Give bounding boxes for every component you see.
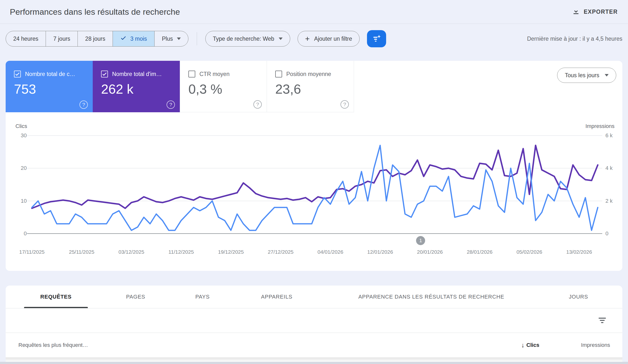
- download-icon: [572, 8, 580, 16]
- app-header: Performances dans les résultats de reche…: [0, 0, 628, 24]
- table-scroll-shadow: [6, 357, 622, 362]
- left-tick-label: 0: [12, 230, 27, 237]
- range-24h-chip[interactable]: 24 heures: [6, 31, 46, 46]
- date-tick-label: 11/12/2025: [160, 249, 202, 255]
- help-icon[interactable]: ?: [166, 101, 175, 109]
- right-tick-label: 0: [605, 230, 608, 237]
- metric-value: 0,3 %: [188, 81, 267, 97]
- metric-value: 753: [14, 81, 93, 97]
- range-3m-label: 3 mois: [130, 36, 147, 42]
- date-tick-label: 27/12/2025: [260, 249, 302, 255]
- dimensions-card: REQUÊTES PAGES PAYS APPAREILS APPARENCE …: [6, 286, 622, 364]
- add-filter-label: Ajouter un filtre: [314, 36, 352, 42]
- ai-filter-button[interactable]: [367, 30, 386, 47]
- tab-label: APPARENCE DANS LES RÉSULTATS DE RECHERCH…: [358, 294, 504, 300]
- date-tick-label: 28/01/2026: [459, 249, 500, 255]
- right-tick-label: 4 k: [605, 165, 613, 171]
- column-header-queries: Requêtes les plus fréquent…: [18, 342, 521, 348]
- left-tick-label: 20: [12, 165, 27, 171]
- range-7d-chip[interactable]: 7 jours: [46, 31, 78, 46]
- help-icon[interactable]: ?: [253, 100, 262, 109]
- tab-label: PAYS: [195, 294, 210, 300]
- checkbox-checked-icon[interactable]: [14, 71, 21, 77]
- metric-label: Nombre total d'im…: [112, 71, 162, 77]
- date-tick-label: 05/02/2026: [509, 249, 550, 255]
- date-tick-label: 17/11/2025: [11, 249, 53, 255]
- range-plus-label: Plus: [162, 36, 173, 42]
- chevron-down-icon: [177, 38, 181, 40]
- sort-descending-icon: ↓: [521, 341, 525, 349]
- tab-apparence[interactable]: APPARENCE DANS LES RÉSULTATS DE RECHERCH…: [321, 286, 542, 308]
- date-tick-label: 13/02/2026: [558, 249, 600, 255]
- checkbox-unchecked-icon[interactable]: [275, 71, 282, 77]
- next-row-edge: [0, 362, 628, 364]
- search-type-dropdown[interactable]: Type de recherche: Web: [205, 31, 290, 47]
- add-filter-button[interactable]: + Ajouter un filtre: [298, 31, 360, 47]
- range-24h-label: 24 heures: [13, 36, 38, 42]
- toolbar: 24 heures 7 jours 28 jours 3 mois Plus T…: [6, 30, 622, 47]
- metric-label: CTR moyen: [199, 71, 230, 77]
- left-tick-label: 10: [12, 198, 27, 204]
- metric-value: 23,6: [275, 81, 354, 97]
- range-3m-chip[interactable]: 3 mois: [113, 31, 155, 46]
- granularity-dropdown[interactable]: Tous les jours: [557, 68, 616, 83]
- column-header-impressions[interactable]: Impressions: [581, 342, 610, 348]
- right-tick-label: 6 k: [605, 132, 613, 139]
- performance-card: Nombre total de c… 753 ? Nombre total d'…: [6, 61, 622, 271]
- filter-list-icon[interactable]: [597, 316, 607, 325]
- metric-cards-row: Nombre total de c… 753 ? Nombre total d'…: [6, 61, 354, 112]
- tab-pages[interactable]: PAGES: [99, 286, 172, 308]
- help-icon[interactable]: ?: [340, 100, 349, 109]
- left-tick-label: 30: [12, 132, 27, 139]
- granularity-label: Tous les jours: [565, 72, 599, 79]
- tab-requetes[interactable]: REQUÊTES: [13, 286, 99, 308]
- metric-card-total-clicks[interactable]: Nombre total de c… 753 ?: [6, 61, 93, 112]
- page-title: Performances dans les résultats de reche…: [10, 7, 180, 17]
- metric-value: 262 k: [101, 81, 180, 97]
- dimension-tabs: REQUÊTES PAGES PAYS APPAREILS APPARENCE …: [6, 286, 622, 308]
- clicks-line[interactable]: [32, 145, 598, 230]
- tab-jours[interactable]: JOURS: [542, 286, 615, 308]
- tab-label: APPAREILS: [261, 294, 292, 300]
- metric-label: Position moyenne: [286, 71, 331, 77]
- date-tick-label: 03/12/2025: [111, 249, 152, 255]
- date-tick-label: 12/01/2026: [359, 249, 401, 255]
- range-28d-label: 28 jours: [85, 36, 105, 42]
- date-tick-label: 04/01/2026: [310, 249, 351, 255]
- date-tick-label: 20/01/2026: [409, 249, 451, 255]
- column-header-clicks[interactable]: ↓ Clics: [521, 341, 540, 349]
- tab-label: JOURS: [569, 294, 588, 300]
- ai-filter-icon: [371, 33, 382, 44]
- chevron-down-icon: [279, 38, 283, 40]
- tab-label: PAGES: [126, 294, 145, 300]
- plus-icon: +: [305, 35, 310, 43]
- metric-card-avg-position[interactable]: Position moyenne 23,6 ?: [267, 61, 354, 112]
- date-range-selector: 24 heures 7 jours 28 jours 3 mois Plus: [6, 31, 188, 47]
- help-icon[interactable]: ?: [79, 101, 88, 109]
- right-tick-label: 2 k: [605, 198, 613, 204]
- performance-chart[interactable]: Clics Impressions 0102030 02 k4 k6 k 17/…: [6, 112, 622, 271]
- metric-card-avg-ctr[interactable]: CTR moyen 0,3 % ?: [180, 61, 267, 112]
- checkbox-unchecked-icon[interactable]: [188, 71, 195, 77]
- checkbox-checked-icon[interactable]: [101, 71, 108, 77]
- range-28d-chip[interactable]: 28 jours: [78, 31, 113, 46]
- tab-appareils[interactable]: APPAREILS: [233, 286, 321, 308]
- chevron-down-icon: [605, 74, 609, 76]
- table-header-row: Requêtes les plus fréquent… ↓ Clics Impr…: [6, 333, 622, 357]
- range-plus-chip[interactable]: Plus: [155, 31, 188, 46]
- chart-gridlines: [27, 135, 602, 234]
- tab-pays[interactable]: PAYS: [172, 286, 233, 308]
- export-button[interactable]: EXPORTER: [572, 0, 618, 24]
- tab-label: REQUÊTES: [40, 294, 71, 300]
- clicks-header-label: Clics: [526, 342, 540, 348]
- last-update-text: Dernière mise à jour : il y a 4,5 heures: [527, 36, 622, 42]
- metric-card-total-impressions[interactable]: Nombre total d'im… 262 k ?: [93, 61, 180, 112]
- check-icon: [120, 35, 127, 43]
- chart-canvas[interactable]: [6, 112, 622, 271]
- range-7d-label: 7 jours: [53, 36, 70, 42]
- table-filter-band: [6, 308, 622, 333]
- metric-label: Nombre total de c…: [25, 71, 75, 77]
- search-type-label: Type de recherche: Web: [213, 36, 274, 42]
- export-label: EXPORTER: [584, 8, 618, 15]
- date-tick-label: 19/12/2025: [210, 249, 252, 255]
